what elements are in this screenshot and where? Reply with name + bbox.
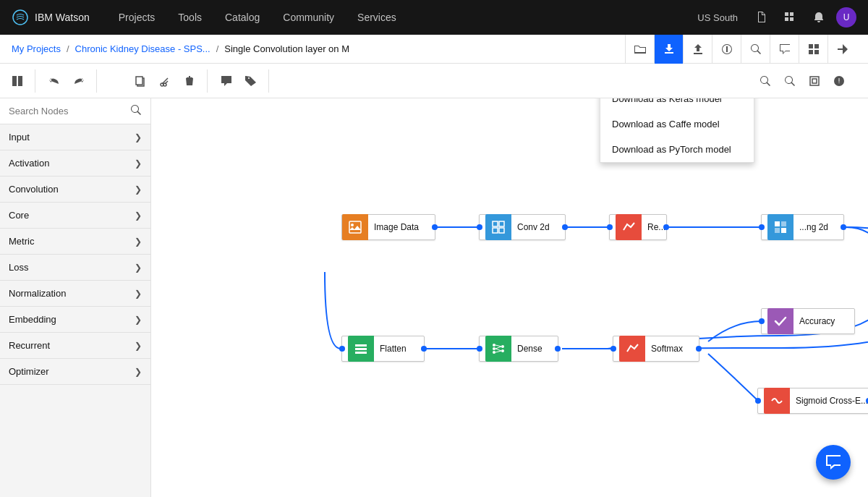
cut-button[interactable]	[153, 69, 176, 93]
redo-button[interactable]	[67, 69, 90, 93]
node-image-data-label: Image Data	[374, 222, 419, 232]
node-flatten[interactable]: Flatten	[341, 336, 425, 362]
breadcrumb-my-projects[interactable]: My Projects	[12, 43, 61, 54]
sidebar-section-header-activation[interactable]: Activation ❯	[0, 150, 150, 176]
download-button[interactable]	[654, 35, 683, 64]
sidebar-section-label-metric: Metric	[9, 236, 34, 247]
sidebar-section-header-optimizer[interactable]: Optimizer ❯	[0, 359, 150, 384]
svg-rect-25	[781, 221, 786, 226]
undo-button[interactable]	[43, 69, 66, 93]
nav-tools[interactable]: Tools	[166, 0, 213, 35]
sidebar-section-label-embedding: Embedding	[9, 314, 56, 325]
ibm-watson-logo-icon	[12, 9, 29, 26]
layout-button[interactable]	[799, 35, 827, 64]
dropdown-item-caffe[interactable]: Download as Caffe model	[600, 111, 754, 137]
node-output-dot[interactable]	[555, 346, 561, 352]
main-layout: Input ❯ Activation ❯ Convolution ❯ Core …	[0, 98, 868, 497]
dropdown-item-pytorch[interactable]: Download as PyTorch model	[600, 137, 754, 162]
nav-catalog[interactable]: Catalog	[213, 0, 271, 35]
svg-rect-5	[809, 44, 813, 48]
document-icon[interactable]	[749, 6, 773, 29]
sidebar-section-embedding: Embedding ❯	[0, 307, 150, 333]
node-input-dot[interactable]	[610, 346, 616, 352]
region-selector[interactable]: US South	[697, 12, 738, 23]
node-maxpooling[interactable]: ...ng 2d	[761, 214, 844, 240]
svg-point-31	[493, 351, 495, 354]
navigate-button[interactable]	[827, 35, 856, 64]
chat-bubble-button[interactable]	[816, 445, 851, 480]
search-nodes-input[interactable]	[9, 106, 130, 116]
chevron-down-icon: ❯	[135, 132, 142, 143]
svg-rect-20	[493, 228, 498, 233]
zoom-in-button[interactable]	[754, 69, 777, 93]
node-conv2d[interactable]: Conv 2d	[479, 214, 566, 240]
node-input-dot[interactable]	[759, 318, 765, 324]
sidebar-section-recurrent: Recurrent ❯	[0, 333, 150, 359]
node-output-dot[interactable]	[663, 224, 669, 230]
breadcrumb-bar: My Projects / Chronic Kidney Disease - S…	[0, 35, 868, 64]
svg-rect-8	[814, 50, 819, 54]
chevron-down-icon: ❯	[135, 237, 142, 247]
chevron-down-icon: ❯	[135, 211, 142, 221]
add-node-button[interactable]	[104, 69, 127, 93]
search-button[interactable]	[741, 35, 770, 64]
chevron-down-icon: ❯	[135, 289, 142, 299]
node-input-dot[interactable]	[477, 224, 482, 230]
node-softmax-label: Softmax	[651, 344, 683, 354]
comment-button[interactable]	[215, 69, 238, 93]
sidebar-section-header-convolution[interactable]: Convolution ❯	[0, 177, 150, 202]
zoom-out-button[interactable]	[778, 69, 801, 93]
sidebar-section-header-embedding[interactable]: Embedding ❯	[0, 307, 150, 332]
nav-services[interactable]: Services	[346, 0, 408, 35]
node-conv2d-label: Conv 2d	[517, 222, 550, 232]
node-output-dot[interactable]	[421, 346, 427, 352]
svg-point-29	[493, 344, 495, 347]
bell-icon[interactable]	[807, 6, 830, 29]
node-output-dot[interactable]	[432, 224, 438, 230]
node-input-dot[interactable]	[477, 346, 482, 352]
dropdown-item-keras[interactable]: Download as Keras model	[600, 98, 754, 111]
breadcrumb-actions	[625, 35, 856, 64]
user-avatar[interactable]: U	[836, 7, 856, 27]
node-sigmoid[interactable]: Sigmoid Cross-E...	[757, 388, 868, 414]
breadcrumb-project[interactable]: Chronic Kidney Disease - SPS...	[75, 43, 210, 54]
node-input-dot[interactable]	[607, 224, 613, 230]
sidebar-section-header-recurrent[interactable]: Recurrent ❯	[0, 333, 150, 358]
node-softmax[interactable]: Softmax	[613, 336, 699, 362]
info-button[interactable]	[712, 35, 741, 64]
sidebar-section-header-core[interactable]: Core ❯	[0, 203, 150, 228]
sidebar-section-header-metric[interactable]: Metric ❯	[0, 229, 150, 254]
node-input-dot[interactable]	[755, 398, 761, 404]
toolbar-group-history	[43, 69, 97, 93]
svg-rect-15	[810, 77, 819, 85]
node-output-dot[interactable]	[841, 224, 846, 230]
app-logo[interactable]: IBM Watson	[12, 9, 90, 26]
node-input-dot[interactable]	[339, 346, 345, 352]
node-relu[interactable]: Re...	[609, 214, 667, 240]
folder-icon-button[interactable]	[625, 35, 654, 64]
sidebar-section-header-normalization[interactable]: Normalization ❯	[0, 281, 150, 306]
node-output-dot[interactable]	[696, 346, 702, 352]
toolbar-group-zoom	[754, 69, 856, 93]
node-output-dot[interactable]	[562, 224, 568, 230]
alerts-button[interactable]	[827, 69, 851, 93]
grid-icon[interactable]	[778, 6, 801, 29]
node-dense[interactable]: Dense	[479, 336, 558, 362]
app-title: IBM Watson	[35, 12, 90, 23]
flow-canvas[interactable]: Image Data Conv 2d Re...	[151, 98, 868, 497]
nav-projects[interactable]: Projects	[107, 0, 167, 35]
fit-button[interactable]	[803, 69, 826, 93]
upload-button[interactable]	[683, 35, 712, 64]
sidebar-section-header-loss[interactable]: Loss ❯	[0, 255, 150, 280]
copy-button[interactable]	[129, 69, 152, 93]
delete-button[interactable]	[178, 69, 201, 93]
nav-community[interactable]: Community	[271, 0, 346, 35]
palette-button[interactable]	[6, 69, 29, 93]
node-image-data[interactable]: Image Data	[341, 214, 435, 240]
node-input-dot[interactable]	[759, 224, 765, 230]
tag-button[interactable]	[239, 69, 263, 93]
chat-button[interactable]	[770, 35, 799, 64]
sidebar-section-label-recurrent: Recurrent	[9, 340, 50, 351]
node-accuracy[interactable]: Accuracy	[761, 308, 855, 334]
sidebar-section-header-input[interactable]: Input ❯	[0, 124, 150, 150]
